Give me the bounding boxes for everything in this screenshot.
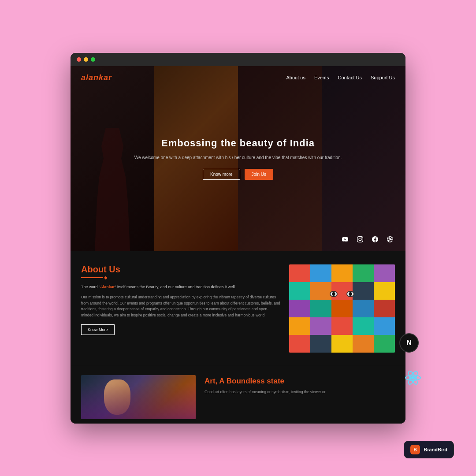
nav-support[interactable]: Support Us [371, 75, 395, 80]
instagram-icon[interactable] [355, 234, 365, 244]
portrait-overlay [81, 384, 196, 419]
nav-contact[interactable]: Contact Us [338, 75, 362, 80]
browser-window: alankar About us Events Contact Us Suppo… [71, 53, 405, 424]
hero-subtitle: We welcome one with a deep attachment wi… [121, 154, 355, 161]
youtube-icon[interactable] [340, 234, 350, 244]
about-know-more-button[interactable]: Know More [81, 324, 115, 335]
site-logo: alankar [81, 73, 112, 82]
about-body: Our mission is to promote cultural under… [81, 294, 280, 318]
brandbird-icon: B [410, 445, 420, 454]
react-badge [403, 368, 423, 388]
alankar-bold: Alankar [100, 285, 115, 289]
browser-chrome [71, 53, 405, 66]
art-grid [289, 264, 395, 353]
social-bar [340, 234, 395, 244]
hero-section: alankar About us Events Contact Us Suppo… [71, 66, 405, 251]
nextjs-badge: N [399, 333, 419, 353]
facebook-icon[interactable] [370, 234, 380, 244]
art-eyes [330, 291, 354, 297]
about-title: About Us [81, 264, 280, 275]
brandbird-label: BrandBird [424, 447, 447, 452]
about-section: About Us The word "Alankar" itself means… [71, 251, 405, 366]
know-more-button[interactable]: Know more [203, 169, 240, 180]
hero-buttons: Know more Join Us [121, 169, 355, 180]
about-intro: The word "Alankar" itself means the Beau… [81, 284, 280, 290]
art-eye-right [346, 291, 354, 297]
browser-dot-green [91, 57, 95, 62]
join-us-button[interactable]: Join Us [245, 169, 273, 180]
about-text: About Us The word "Alankar" itself means… [81, 264, 280, 335]
browser-dot-red [77, 57, 81, 62]
nav-links: About us Events Contact Us Support Us [286, 75, 395, 80]
about-image [289, 264, 395, 353]
title-underline [81, 277, 103, 278]
browser-dot-yellow [84, 57, 88, 62]
bottom-text: Art, A Boundless state Good art often ha… [205, 375, 395, 419]
navbar: alankar About us Events Contact Us Suppo… [71, 66, 405, 89]
bottom-section: Art, A Boundless state Good art often ha… [71, 366, 405, 424]
bottom-body: Good art often has layers of meaning or … [205, 389, 395, 395]
bottom-title: Art, A Boundless state [205, 377, 395, 386]
brandbird-badge: B BrandBird [404, 441, 454, 458]
hero-content: Embossing the beauty of India We welcome… [121, 138, 355, 180]
bottom-image [81, 375, 196, 419]
art-eye-left [330, 291, 338, 297]
nav-about[interactable]: About us [286, 75, 305, 80]
nav-events[interactable]: Events [314, 75, 329, 80]
website-content: alankar About us Events Contact Us Suppo… [71, 66, 405, 424]
hero-title: Embossing the beauty of India [121, 138, 355, 149]
dribbble-icon[interactable] [385, 234, 395, 244]
